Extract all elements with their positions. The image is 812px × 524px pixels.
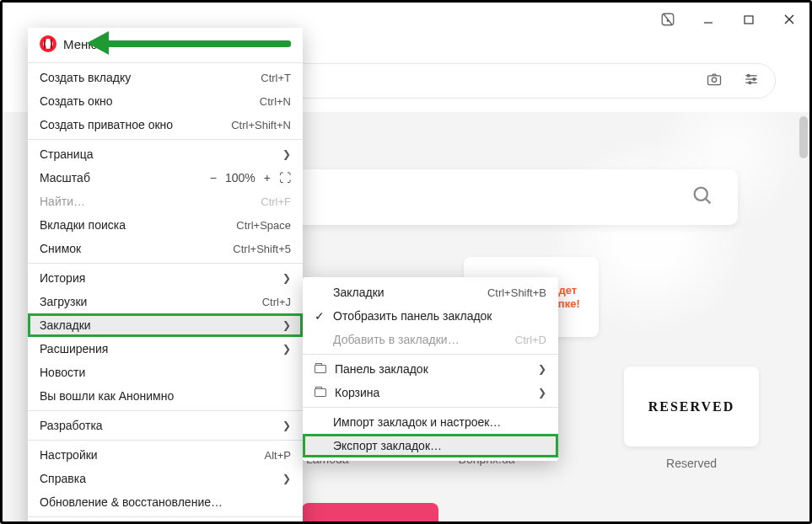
menu-settings[interactable]: НастройкиAlt+P (28, 443, 303, 467)
menu-exit[interactable]: Выход из программы (28, 520, 303, 524)
menu-update-restore[interactable]: Обновление & восстановление… (28, 490, 303, 514)
chevron-right-icon: ❯ (282, 319, 291, 331)
folder-icon (315, 365, 326, 373)
check-icon: ✓ (315, 309, 325, 323)
tile-label: Reserved (666, 457, 717, 470)
chevron-right-icon: ❯ (282, 343, 291, 355)
svg-line-15 (706, 198, 711, 203)
menu-bookmarks[interactable]: Закладки❯ (28, 313, 303, 337)
opera-logo-icon (40, 35, 56, 52)
zoom-in-button[interactable]: + (264, 171, 271, 184)
submenu-export-bookmarks[interactable]: Экспорт закладок… (303, 434, 558, 457)
submenu-add-bookmark: Добавить в закладки… Ctrl+D (303, 328, 558, 351)
submenu-bookmarks-trash[interactable]: Корзина ❯ (303, 381, 558, 404)
folder-icon (315, 388, 326, 397)
close-button[interactable] (769, 3, 809, 36)
svg-rect-6 (708, 76, 721, 85)
chevron-right-icon: ❯ (538, 363, 546, 375)
chevron-right-icon: ❯ (282, 148, 291, 160)
submenu-bookmarks-panel[interactable]: Панель закладок ❯ (303, 357, 558, 381)
vertical-scrollbar[interactable] (799, 116, 808, 158)
menu-new-tab[interactable]: Создать вкладкуCtrl+T (28, 66, 303, 89)
submenu-import-bookmarks[interactable]: Импорт закладок и настроек… (303, 410, 558, 434)
menu-page[interactable]: Страница❯ (28, 142, 303, 166)
svg-point-13 (749, 82, 751, 84)
menu-find: Найти…Ctrl+F (28, 190, 303, 213)
menu-help[interactable]: Справка❯ (28, 467, 303, 490)
svg-point-14 (695, 187, 707, 200)
menu-search-tabs[interactable]: Вкладки поискаCtrl+Space (28, 213, 303, 237)
menu-downloads[interactable]: ЗагрузкиCtrl+J (28, 290, 303, 313)
menu-zoom[interactable]: Масштаб − 100% + ⛶ (28, 166, 303, 190)
tutorial-arrow (87, 36, 291, 50)
menu-snapshot[interactable]: СнимокCtrl+Shift+5 (28, 237, 303, 260)
reserved-logo: RESERVED (648, 399, 735, 414)
menu-new-private-window[interactable]: Создать приватное окноCtrl+Shift+N (28, 113, 303, 136)
menu-history[interactable]: История❯ (28, 266, 303, 290)
main-menu: Меню Создать вкладкуCtrl+T Создать окноC… (28, 28, 303, 524)
menu-new-window[interactable]: Создать окноCtrl+N (28, 89, 303, 113)
zoom-value: 100% (225, 171, 255, 184)
easy-setup-icon[interactable] (743, 71, 760, 91)
svg-point-12 (753, 78, 756, 81)
svg-point-11 (747, 75, 750, 78)
submenu-bookmarks-manager[interactable]: Закладки Ctrl+Shift+B (303, 281, 558, 304)
bookmarks-submenu: Закладки Ctrl+Shift+B ✓Отобразить панель… (303, 277, 558, 461)
search-icon (691, 184, 714, 211)
chevron-right-icon: ❯ (282, 272, 291, 284)
minimize-button[interactable] (688, 3, 729, 36)
menu-developer[interactable]: Разработка❯ (28, 414, 303, 437)
fullscreen-icon[interactable]: ⛶ (279, 171, 291, 184)
arrow-shaft (105, 40, 291, 47)
partial-tile-pink[interactable] (302, 503, 438, 521)
chevron-right-icon: ❯ (282, 473, 291, 484)
chevron-right-icon: ❯ (282, 420, 291, 431)
svg-rect-3 (745, 16, 753, 24)
tile-reserved[interactable]: RESERVED Reserved (624, 366, 759, 470)
window-controls (648, 3, 809, 36)
camera-icon[interactable] (706, 71, 723, 91)
browser-window: для поиска или веб-адрес рнете B I G L (0, 0, 812, 524)
maximize-button[interactable] (729, 3, 769, 36)
chevron-right-icon: ❯ (538, 387, 546, 398)
svg-point-7 (712, 78, 716, 82)
submenu-show-bookmarks-bar[interactable]: ✓Отобразить панель закладок (303, 304, 558, 328)
menu-news[interactable]: Новости (28, 361, 303, 384)
screenshot-tool-icon[interactable] (648, 3, 688, 36)
menu-extensions[interactable]: Расширения❯ (28, 337, 303, 361)
zoom-out-button[interactable]: − (210, 171, 217, 184)
menu-logged-as[interactable]: Вы вошли как Анонимно (28, 384, 303, 408)
